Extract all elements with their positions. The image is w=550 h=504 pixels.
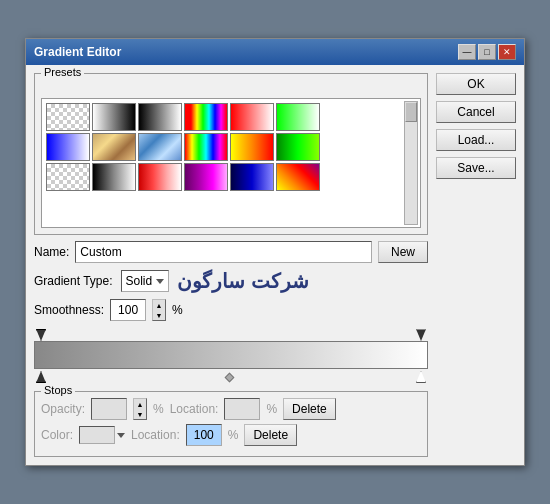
gradient-bar-container bbox=[34, 327, 428, 385]
preset-swatch-7[interactable] bbox=[46, 133, 90, 161]
preset-swatch-1[interactable] bbox=[46, 103, 90, 131]
cancel-button[interactable]: Cancel bbox=[436, 101, 516, 123]
color-label: Color: bbox=[41, 428, 73, 442]
stop-marker-bottom-right[interactable] bbox=[416, 371, 426, 383]
location-label-color: Location: bbox=[131, 428, 180, 442]
color-dropdown-arrow-icon[interactable] bbox=[117, 433, 125, 438]
preset-swatch-2[interactable] bbox=[92, 103, 136, 131]
opacity-label: Opacity: bbox=[41, 402, 85, 416]
preset-swatch-17[interactable] bbox=[230, 163, 274, 191]
presets-scrollbar[interactable] bbox=[404, 101, 418, 225]
gradient-type-arrow-icon bbox=[156, 279, 164, 284]
opacity-stepper-down-icon[interactable]: ▼ bbox=[134, 409, 146, 419]
new-button[interactable]: New bbox=[378, 241, 428, 263]
name-row: Name: New bbox=[34, 241, 428, 263]
load-button[interactable]: Load... bbox=[436, 129, 516, 151]
name-input[interactable] bbox=[75, 241, 372, 263]
opacity-stepper-up-icon[interactable]: ▲ bbox=[134, 399, 146, 409]
gradient-type-row: Gradient Type: Solid شرکت سارگون bbox=[34, 269, 428, 293]
presets-scroll-area[interactable] bbox=[41, 98, 421, 228]
smoothness-stepper[interactable]: ▲ ▼ bbox=[152, 299, 166, 321]
left-panel: Presets bbox=[34, 73, 428, 457]
smoothness-unit: % bbox=[172, 303, 183, 317]
preset-swatch-10[interactable] bbox=[184, 133, 228, 161]
gradient-top-stops[interactable] bbox=[34, 327, 428, 341]
gradient-bar[interactable] bbox=[34, 341, 428, 369]
name-label: Name: bbox=[34, 245, 69, 259]
presets-label: Presets bbox=[41, 66, 84, 78]
watermark-text: شرکت سارگون bbox=[177, 269, 309, 293]
stop-marker-top-left[interactable] bbox=[36, 329, 46, 341]
stop-marker-bottom-left[interactable] bbox=[36, 371, 46, 383]
opacity-stepper[interactable]: ▲ ▼ bbox=[133, 398, 147, 420]
gradient-bottom-stops[interactable] bbox=[34, 369, 428, 385]
preset-swatch-3[interactable] bbox=[138, 103, 182, 131]
gradient-type-select[interactable]: Solid bbox=[121, 270, 170, 292]
preset-swatch-5[interactable] bbox=[230, 103, 274, 131]
dialog-body: Presets bbox=[26, 65, 524, 465]
location-color-input[interactable] bbox=[186, 424, 222, 446]
smoothness-label: Smoothness: bbox=[34, 303, 104, 317]
gradient-type-label: Gradient Type: bbox=[34, 274, 113, 288]
preset-swatch-8[interactable] bbox=[92, 133, 136, 161]
ok-button[interactable]: OK bbox=[436, 73, 516, 95]
smoothness-row: Smoothness: ▲ ▼ % bbox=[34, 299, 428, 321]
stepper-down-icon[interactable]: ▼ bbox=[153, 310, 165, 320]
title-bar: Gradient Editor — □ ✕ bbox=[26, 39, 524, 65]
location-color-unit: % bbox=[228, 428, 239, 442]
color-swatch[interactable] bbox=[79, 426, 115, 444]
midpoint-marker[interactable] bbox=[226, 374, 233, 381]
preset-swatch-15[interactable] bbox=[138, 163, 182, 191]
title-bar-controls: — □ ✕ bbox=[458, 44, 516, 60]
delete-color-button[interactable]: Delete bbox=[244, 424, 297, 446]
preset-swatch-18[interactable] bbox=[276, 163, 320, 191]
location-opacity-unit: % bbox=[266, 402, 277, 416]
scrollbar-thumb[interactable] bbox=[405, 102, 417, 122]
location-label-opacity: Location: bbox=[170, 402, 219, 416]
color-stop-row: Color: Location: % Delete bbox=[41, 424, 421, 446]
opacity-unit: % bbox=[153, 402, 164, 416]
gradient-type-value: Solid bbox=[126, 274, 153, 288]
preset-swatch-6[interactable] bbox=[276, 103, 320, 131]
midpoint-diamond-icon bbox=[225, 373, 235, 383]
preset-swatch-14[interactable] bbox=[92, 163, 136, 191]
stops-group-label: Stops bbox=[41, 384, 75, 396]
maximize-button[interactable]: □ bbox=[478, 44, 496, 60]
minimize-button[interactable]: — bbox=[458, 44, 476, 60]
right-panel: OK Cancel Load... Save... bbox=[436, 73, 516, 457]
smoothness-input[interactable] bbox=[110, 299, 146, 321]
location-opacity-input[interactable] bbox=[224, 398, 260, 420]
preset-swatch-11[interactable] bbox=[230, 133, 274, 161]
preset-swatch-9[interactable] bbox=[138, 133, 182, 161]
preset-swatch-12[interactable] bbox=[276, 133, 320, 161]
stepper-up-icon[interactable]: ▲ bbox=[153, 300, 165, 310]
preset-swatch-4[interactable] bbox=[184, 103, 228, 131]
gradient-editor-dialog: Gradient Editor — □ ✕ Presets bbox=[25, 38, 525, 466]
dialog-title: Gradient Editor bbox=[34, 45, 121, 59]
preset-swatch-16[interactable] bbox=[184, 163, 228, 191]
presets-group: Presets bbox=[34, 73, 428, 235]
stop-marker-top-right[interactable] bbox=[416, 329, 426, 341]
save-button[interactable]: Save... bbox=[436, 157, 516, 179]
opacity-stop-row: Opacity: ▲ ▼ % Location: % Delete bbox=[41, 398, 421, 420]
close-button[interactable]: ✕ bbox=[498, 44, 516, 60]
stops-group: Stops Opacity: ▲ ▼ % Location: % Delete bbox=[34, 391, 428, 457]
opacity-input[interactable] bbox=[91, 398, 127, 420]
delete-opacity-button[interactable]: Delete bbox=[283, 398, 336, 420]
preset-swatch-13[interactable] bbox=[46, 163, 90, 191]
